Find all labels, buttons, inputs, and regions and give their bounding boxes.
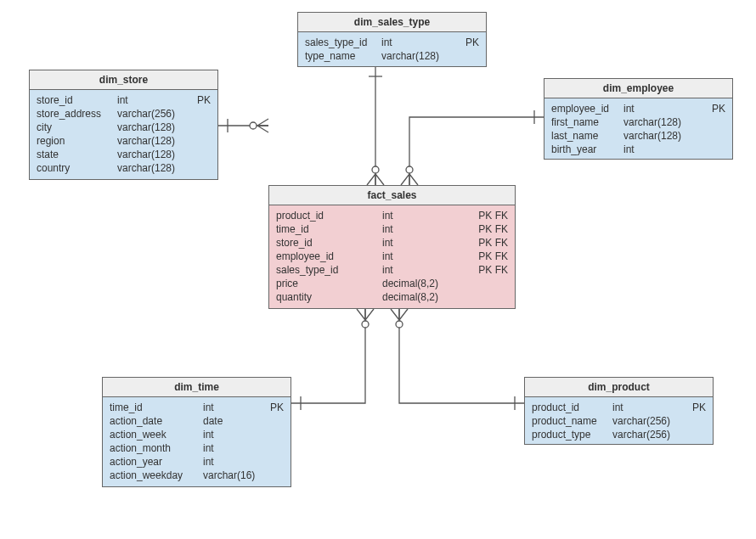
column-row: action_monthint (110, 441, 284, 455)
column-type: varchar(128) (117, 161, 175, 175)
column-name: state (37, 148, 117, 161)
entity-dim_sales_type[interactable]: dim_sales_typesales_type_idintPKtype_nam… (297, 12, 487, 67)
column-row: last_namevarchar(128) (551, 129, 725, 143)
column-name: price (276, 277, 382, 290)
column-name: product_type (532, 428, 612, 441)
column-name: product_id (276, 209, 382, 222)
column-type: int (203, 401, 214, 414)
column-type: varchar(16) (203, 469, 255, 482)
column-type: int (203, 455, 214, 469)
column-name: sales_type_id (276, 263, 382, 277)
column-row: statevarchar(128) (37, 148, 211, 161)
column-type: int (203, 441, 214, 455)
entity-title: dim_store (30, 70, 217, 90)
column-row: store_idintPK (37, 93, 211, 107)
column-name: first_name (551, 115, 623, 129)
column-name: quantity (276, 290, 382, 304)
column-keys: PK FK (473, 222, 508, 236)
column-name: product_name (532, 414, 612, 428)
entity-fact_sales[interactable]: fact_salesproduct_idintPK FKtime_idintPK… (268, 185, 516, 309)
er-diagram-canvas: dim_storestore_idintPKstore_addressvarch… (0, 0, 756, 539)
column-name: type_name (305, 49, 381, 63)
column-name: country (37, 161, 117, 175)
column-keys: PK FK (473, 263, 508, 277)
entity-dim_employee[interactable]: dim_employeeemployee_idintPKfirst_nameva… (544, 78, 733, 160)
svg-point-0 (250, 122, 257, 129)
column-name: action_week (110, 428, 203, 441)
column-row: regionvarchar(128) (37, 134, 211, 148)
column-name: store_address (37, 107, 117, 121)
entity-title: dim_employee (544, 79, 732, 98)
entity-columns: employee_idintPKfirst_namevarchar(128)la… (544, 98, 732, 159)
entity-columns: store_idintPKstore_addressvarchar(256)ci… (30, 90, 217, 179)
entity-title: dim_sales_type (298, 13, 486, 32)
column-type: varchar(128) (117, 148, 175, 161)
entity-title: dim_time (103, 378, 291, 397)
column-type: int (623, 102, 635, 115)
column-name: action_year (110, 455, 203, 469)
column-row: product_idintPK (532, 401, 706, 414)
rel-fact-to-time (291, 309, 374, 410)
column-row: action_yearint (110, 455, 284, 469)
column-keys: PK (460, 36, 479, 49)
entity-title: fact_sales (269, 186, 515, 205)
column-row: store_idintPK FK (276, 236, 508, 250)
entity-columns: product_idintPKproduct_namevarchar(256)p… (525, 397, 713, 444)
column-name: time_id (110, 401, 203, 414)
column-type: int (612, 401, 623, 414)
column-name: employee_id (551, 102, 623, 115)
column-row: product_idintPK FK (276, 209, 508, 222)
column-type: varchar(128) (117, 134, 175, 148)
column-keys: PK (707, 102, 725, 115)
svg-point-2 (406, 166, 413, 173)
entity-dim_store[interactable]: dim_storestore_idintPKstore_addressvarch… (29, 70, 218, 180)
column-row: action_weekint (110, 428, 284, 441)
column-row: action_datedate (110, 414, 284, 428)
svg-point-3 (362, 321, 369, 328)
column-type: int (382, 236, 393, 250)
column-row: product_typevarchar(256) (532, 428, 706, 441)
column-keys: PK (265, 401, 284, 414)
column-keys: PK FK (473, 236, 508, 250)
column-row: sales_type_idintPK FK (276, 263, 508, 277)
column-type: int (382, 250, 393, 263)
column-name: store_id (276, 236, 382, 250)
rel-fact-to-product (391, 309, 524, 410)
column-row: product_namevarchar(256) (532, 414, 706, 428)
column-row: employee_idintPK FK (276, 250, 508, 263)
column-type: decimal(8,2) (382, 277, 438, 290)
entity-columns: time_idintPKaction_datedateaction_weekin… (103, 397, 291, 486)
column-type: varchar(256) (612, 414, 670, 428)
entity-title: dim_product (525, 378, 713, 397)
entity-dim_time[interactable]: dim_timetime_idintPKaction_datedateactio… (102, 377, 291, 487)
column-row: employee_idintPK (551, 102, 725, 115)
column-type: varchar(256) (117, 107, 175, 121)
column-row: time_idintPK FK (276, 222, 508, 236)
column-type: int (381, 36, 392, 49)
column-row: countryvarchar(128) (37, 161, 211, 175)
column-name: employee_id (276, 250, 382, 263)
column-row: quantitydecimal(8,2) (276, 290, 508, 304)
column-name: birth_year (551, 143, 623, 156)
column-name: action_month (110, 441, 203, 455)
column-name: sales_type_id (305, 36, 381, 49)
entity-dim_product[interactable]: dim_productproduct_idintPKproduct_nameva… (524, 377, 714, 445)
column-row: first_namevarchar(128) (551, 115, 725, 129)
column-keys: PK FK (473, 250, 508, 263)
column-name: time_id (276, 222, 382, 236)
column-name: store_id (37, 93, 117, 107)
rel-fact-to-sales-type (367, 67, 384, 185)
svg-point-4 (396, 321, 403, 328)
column-type: date (203, 414, 223, 428)
column-row: birth_yearint (551, 143, 725, 156)
column-type: varchar(256) (612, 428, 670, 441)
column-type: int (623, 143, 635, 156)
column-name: product_id (532, 401, 612, 414)
column-row: pricedecimal(8,2) (276, 277, 508, 290)
column-row: type_namevarchar(128) (305, 49, 479, 63)
column-type: int (203, 428, 214, 441)
rel-fact-to-employee (401, 110, 544, 185)
column-type: varchar(128) (623, 129, 681, 143)
column-type: int (117, 93, 128, 107)
column-name: action_date (110, 414, 203, 428)
